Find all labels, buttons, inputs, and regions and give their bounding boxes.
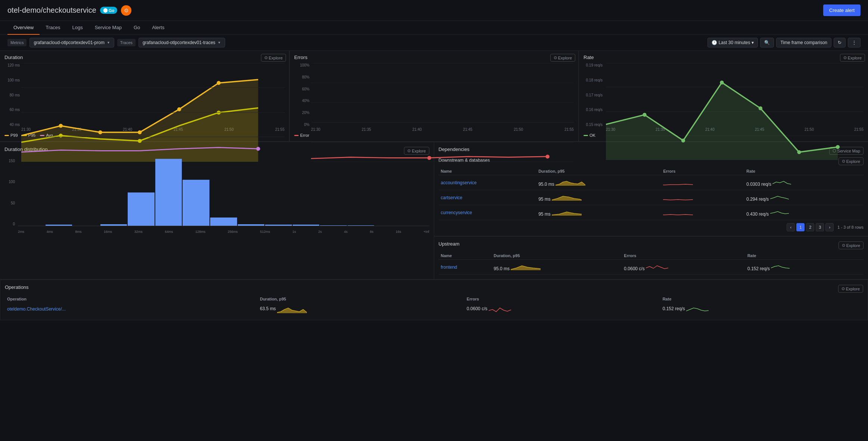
svg-marker-40 — [277, 308, 307, 313]
ops-errors-sparkline — [489, 305, 511, 313]
table-row: oteldemo.CheckoutService/... 63.5 ms 0.0… — [5, 303, 863, 315]
svg-marker-39 — [511, 266, 541, 270]
traces-datasource-select[interactable]: grafanacloud-otlpcortexdev01-traces — [139, 38, 225, 47]
chevron-down-icon: ▾ — [752, 40, 754, 45]
duration-sparkline — [552, 208, 582, 216]
page-3-button[interactable]: 3 — [816, 223, 824, 231]
create-alert-button[interactable]: Create alert — [823, 4, 861, 16]
col-duration: Duration, p95 — [491, 252, 622, 260]
table-row: currencyservice 95 ms — [439, 205, 864, 220]
nav-overview[interactable]: Overview — [7, 21, 40, 35]
duration-y-axis: 120 ms100 ms80 ms60 ms40 ms — [4, 63, 21, 127]
rate-sparkline-ups — [771, 263, 790, 270]
svg-point-4 — [138, 130, 142, 135]
zoom-icon: 🔍 — [764, 40, 770, 45]
duration-value: 95 ms — [538, 197, 551, 202]
nav-service-map[interactable]: Service Map — [89, 21, 128, 35]
col-duration: Duration, p95 — [258, 295, 464, 303]
svg-point-30 — [643, 113, 646, 117]
rate-value: 0.0303 req/s — [746, 182, 771, 187]
operations-explore-button[interactable]: ⊙ Explore — [838, 285, 863, 293]
duration-panel: Duration ⊙ Explore 120 ms100 ms80 ms60 m… — [0, 51, 289, 142]
svg-point-2 — [59, 124, 63, 128]
duration-sparkline — [556, 178, 585, 186]
errors-explore-button[interactable]: ⊙ Explore — [550, 54, 575, 62]
upstream-table: Name Duration, p95 Errors Rate frontend … — [439, 252, 864, 275]
gear-icon[interactable]: ⚙ — [121, 5, 131, 16]
rate-title: Rate — [584, 55, 864, 60]
explore-icon: ⊙ — [843, 55, 847, 60]
duration-chart — [21, 63, 284, 162]
service-link-currency[interactable]: currencyservice — [441, 210, 472, 215]
explore-icon: ⊙ — [554, 55, 557, 60]
col-duration: Duration, p95 — [536, 167, 661, 175]
header-left: otel-demo/checkoutservice ⬤ Go ⚙ — [7, 5, 131, 16]
service-link-accounting[interactable]: accountingservice — [441, 180, 477, 185]
operations-title: Operations — [5, 284, 29, 290]
rate-sparkline — [770, 193, 789, 201]
time-range-picker[interactable]: 🕐 Last 30 minutes ▾ — [707, 38, 758, 47]
col-rate: Rate — [745, 252, 864, 260]
svg-point-3 — [98, 130, 102, 135]
errors-sparkline — [663, 178, 693, 186]
next-page-button[interactable]: › — [825, 223, 834, 231]
explore-icon: ⊙ — [842, 243, 845, 248]
service-link-cart[interactable]: cartservice — [441, 195, 463, 200]
errors-panel: Errors ⊙ Explore 100%80%60%40%20%0% — [289, 51, 579, 142]
svg-point-32 — [720, 81, 724, 84]
nav-traces[interactable]: Traces — [40, 21, 66, 35]
nav-alerts[interactable]: Alerts — [146, 21, 170, 35]
page-1-button[interactable]: 1 — [796, 223, 805, 231]
zoom-out-button[interactable]: 🔍 — [760, 38, 774, 47]
refresh-button[interactable]: ↻ — [834, 38, 846, 47]
explore-icon: ⊙ — [841, 286, 845, 291]
operations-table: Operation Duration, p95 Errors Rate otel… — [5, 295, 863, 315]
svg-point-8 — [138, 139, 142, 143]
metrics-datasource-select[interactable]: grafanacloud-otlpcortexdev01-prom — [29, 38, 114, 47]
col-name: Name — [439, 167, 536, 175]
page-2-button[interactable]: 2 — [806, 223, 814, 231]
more-options-button[interactable]: ⋮ — [848, 38, 861, 47]
errors-chart — [311, 63, 574, 162]
errors-sparkline-ups — [646, 263, 668, 270]
ops-rate-sparkline — [686, 305, 709, 313]
duration-distribution-panel: Duration distribution ⊙ Explore 15010050… — [0, 142, 434, 280]
traces-label: Traces — [117, 39, 136, 46]
svg-point-33 — [759, 107, 762, 110]
col-rate: Rate — [744, 167, 864, 175]
upstream-title: Upstream — [439, 241, 460, 247]
nav-logs[interactable]: Logs — [66, 21, 88, 35]
svg-point-23 — [545, 155, 550, 159]
rate-value: 0.430 req/s — [746, 212, 769, 217]
errors-title: Errors — [294, 55, 574, 60]
duration-sparkline — [552, 193, 582, 201]
time-comparison-button[interactable]: Time frame comparison — [776, 38, 831, 47]
duration-sparkline — [511, 263, 541, 270]
rate-explore-button[interactable]: ⊙ Explore — [840, 54, 865, 62]
metrics-label: Metrics — [7, 39, 27, 46]
explore-icon: ⊙ — [264, 55, 268, 60]
toolbar: Metrics grafanacloud-otlpcortexdev01-pro… — [0, 35, 868, 51]
errors-sparkline — [663, 208, 693, 216]
upstream-explore-button[interactable]: ⊙ Explore — [839, 241, 864, 249]
duration-explore-button[interactable]: ⊙ Explore — [261, 54, 286, 62]
col-rate: Rate — [660, 295, 863, 303]
ops-duration-value: 63.5 ms — [260, 306, 276, 311]
prev-page-button[interactable]: ‹ — [787, 223, 795, 231]
col-errors: Errors — [661, 167, 744, 175]
svg-point-5 — [177, 107, 181, 111]
svg-point-10 — [256, 147, 260, 151]
service-link-frontend[interactable]: frontend — [441, 265, 457, 270]
rate-value: 0.294 req/s — [746, 197, 769, 202]
header: otel-demo/checkoutservice ⬤ Go ⚙ Create … — [0, 0, 868, 21]
rate-value: 0.152 req/s — [747, 266, 770, 271]
operation-link[interactable]: oteldemo.CheckoutService/... — [7, 306, 66, 312]
table-row: cartservice 95 ms — [439, 190, 864, 205]
ops-duration-sparkline — [277, 305, 307, 313]
errors-y-axis: 100%80%60%40%20%0% — [294, 63, 311, 127]
operations-panel: Operations ⊙ Explore Operation Duration,… — [0, 280, 868, 320]
time-range-label: Last 30 minutes — [719, 40, 750, 45]
nav-go[interactable]: Go — [128, 21, 146, 35]
rate-sparkline — [772, 178, 791, 186]
clock-icon: 🕐 — [712, 40, 717, 45]
